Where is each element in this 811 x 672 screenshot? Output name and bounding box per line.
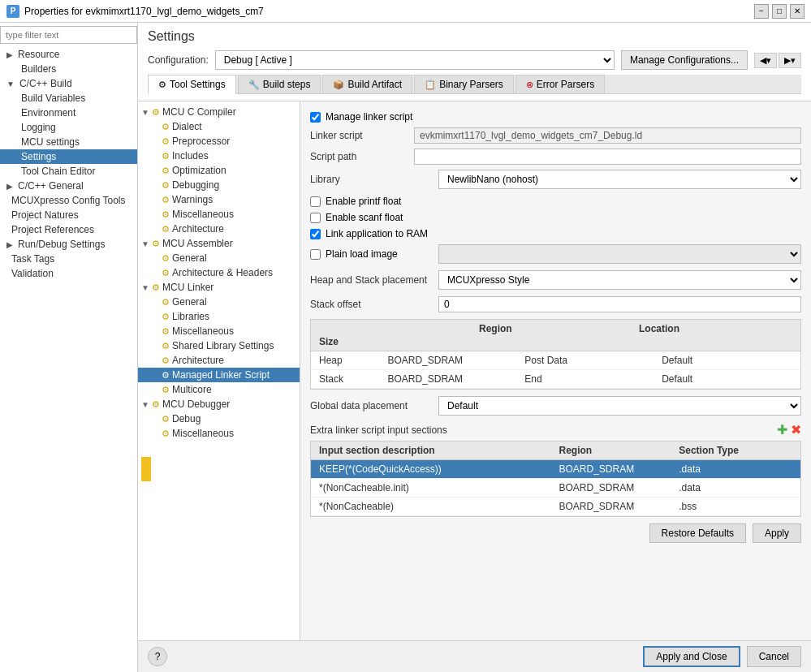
tree-item-optimization[interactable]: ⚙ Optimization [138, 163, 300, 178]
heap-stack-select[interactable]: MCUXpresso Style [438, 270, 801, 290]
nav-forward-button[interactable]: ▶▾ [779, 53, 801, 68]
sidebar-item-project-references[interactable]: Project References [0, 222, 137, 237]
cell-type-0: .data [675, 463, 796, 476]
enable-scanf-float-checkbox[interactable] [310, 213, 321, 223]
library-select[interactable]: NewlibNano (nohost) Newlib None [438, 170, 801, 189]
tree-item-link-misc[interactable]: ⚙ Miscellaneous [138, 324, 300, 338]
extra-table-header: Input section description Region Section… [311, 442, 800, 460]
sidebar-item-ccpp-general[interactable]: ▶ C/C++ General [0, 179, 137, 193]
plain-load-image-checkbox[interactable] [310, 249, 321, 260]
tree-item-link-general[interactable]: ⚙ General [138, 295, 300, 309]
script-path-row: Script path [310, 149, 801, 165]
tree-item-managed-linker-script[interactable]: ⚙ Managed Linker Script [138, 368, 300, 382]
tree-item-label: MCU Assembler [162, 238, 233, 249]
tree-item-mcu-debugger[interactable]: ▼ ⚙ MCU Debugger [138, 397, 300, 411]
linker-script-value: evkmimxrt1170_lvgl_demo_widgets_cm7_Debu… [414, 127, 801, 144]
sidebar-item-mcuxpresso-config[interactable]: MCUXpresso Config Tools [0, 193, 137, 208]
expand-icon: ▼ [141, 283, 149, 292]
add-section-button[interactable]: ✚ [777, 422, 787, 437]
restore-defaults-button[interactable]: Restore Defaults [649, 523, 746, 543]
cell-desc-2: *(NonCacheable) [316, 500, 556, 513]
linker-script-label: Linker script [310, 130, 408, 141]
manage-configurations-button[interactable]: Manage Configurations... [621, 50, 748, 70]
expand-arrow: ▶ [6, 240, 13, 249]
extra-table-row-0[interactable]: KEEP(*(CodeQuickAccess)) BOARD_SDRAM .da… [311, 460, 800, 479]
build-artifact-icon: 📦 [333, 80, 344, 90]
cell-heap-name: Heap [316, 354, 384, 367]
sidebar-item-resource[interactable]: ▶ Resource [0, 47, 137, 62]
tree-item-debugging[interactable]: ⚙ Debugging [138, 178, 300, 192]
sidebar-item-task-tags[interactable]: Task Tags [0, 252, 137, 266]
plain-load-image-select[interactable] [438, 244, 801, 264]
tree-item-mcu-linker[interactable]: ▼ ⚙ MCU Linker [138, 280, 300, 295]
stack-offset-input[interactable] [438, 296, 801, 312]
script-path-input[interactable] [414, 149, 801, 165]
link-to-ram-checkbox[interactable] [310, 229, 321, 239]
tree-item-asm-general[interactable]: ⚙ General [138, 251, 300, 265]
sidebar-item-label: Project References [11, 224, 94, 235]
maximize-button[interactable]: □ [772, 4, 787, 19]
tree-item-preprocessor[interactable]: ⚙ Preprocessor [138, 134, 300, 149]
close-button[interactable]: ✕ [790, 4, 805, 19]
tab-binary-parsers[interactable]: 📋 Binary Parsers [414, 75, 514, 93]
tree-item-debugger-misc[interactable]: ⚙ Miscellaneous [138, 426, 300, 441]
library-row: Library NewlibNano (nohost) Newlib None [310, 170, 801, 189]
col-region: Region [476, 322, 636, 335]
tree-item-debug[interactable]: ⚙ Debug [138, 411, 300, 426]
cell-region-1: BOARD_SDRAM [556, 481, 676, 494]
tree-item-label: Architecture [172, 223, 224, 235]
sidebar-item-settings[interactable]: Settings [0, 149, 137, 164]
sidebar-item-logging[interactable]: Logging [0, 120, 137, 135]
stack-offset-row: Stack offset [310, 296, 801, 312]
heap-stack-label: Heap and Stack placement [310, 274, 432, 286]
col-location: Location [636, 322, 796, 335]
cell-stack-region: BOARD_SDRAM [384, 373, 521, 386]
sidebar-item-run-debug[interactable]: ▶ Run/Debug Settings [0, 237, 137, 252]
sidebar-item-ccpp-build[interactable]: ▼ C/C++ Build [0, 76, 137, 91]
tree-item-libraries[interactable]: ⚙ Libraries [138, 309, 300, 324]
window-controls[interactable]: − □ ✕ [754, 4, 805, 19]
tab-tool-settings[interactable]: ⚙ Tool Settings [148, 75, 236, 94]
sidebar-item-validation[interactable]: Validation [0, 266, 137, 281]
binary-parsers-icon: 📋 [425, 80, 436, 90]
sidebar-item-environment[interactable]: Environment [0, 106, 137, 120]
sidebar-item-builders[interactable]: Builders [0, 62, 137, 76]
global-data-select[interactable]: Default [438, 396, 801, 416]
nav-back-button[interactable]: ◀▾ [754, 53, 777, 68]
tree-item-shared-lib-settings[interactable]: ⚙ Shared Library Settings [138, 338, 300, 353]
extra-table-row-1[interactable]: *(NonCacheable.init) BOARD_SDRAM .data [311, 479, 800, 498]
enable-printf-float-checkbox[interactable] [310, 196, 321, 207]
debugger-icon: ⚙ [152, 399, 160, 410]
tree-item-warnings[interactable]: ⚙ Warnings [138, 192, 300, 207]
debugging-icon: ⚙ [162, 180, 170, 191]
tree-item-dialect[interactable]: ⚙ Dialect [138, 119, 300, 134]
tab-error-parsers[interactable]: ⊗ Error Parsers [516, 75, 605, 93]
extra-table-row-2[interactable]: *(NonCacheable) BOARD_SDRAM .bss [311, 498, 800, 516]
sidebar-item-mcu-settings[interactable]: MCU settings [0, 135, 137, 149]
sidebar-search-input[interactable] [0, 26, 137, 44]
tab-build-steps[interactable]: 🔧 Build steps [238, 75, 321, 93]
memory-table: Region Location Size Heap BOARD_SDRAM Po… [310, 319, 801, 390]
tree-item-link-arch[interactable]: ⚙ Architecture [138, 353, 300, 368]
remove-section-button[interactable]: ✖ [791, 422, 801, 437]
tree-item-asm-arch[interactable]: ⚙ Architecture & Headers [138, 265, 300, 280]
minimize-button[interactable]: − [754, 4, 769, 19]
tree-item-mcu-c-compiler[interactable]: ▼ ⚙ MCU C Compiler [138, 105, 300, 119]
sidebar-item-tool-chain-editor[interactable]: Tool Chain Editor [0, 164, 137, 179]
tree-item-includes[interactable]: ⚙ Includes [138, 149, 300, 163]
apply-and-close-button[interactable]: Apply and Close [643, 646, 740, 667]
tree-item-miscellaneous[interactable]: ⚙ Miscellaneous [138, 207, 300, 222]
configuration-select[interactable]: Debug [ Active ] [215, 50, 615, 70]
help-button[interactable]: ? [148, 647, 167, 666]
cancel-button[interactable]: Cancel [747, 646, 801, 667]
tab-build-artifact[interactable]: 📦 Build Artifact [322, 75, 412, 93]
tree-item-architecture[interactable]: ⚙ Architecture [138, 222, 300, 236]
tree-item-multicore[interactable]: ⚙ Multicore [138, 382, 300, 397]
apply-button[interactable]: Apply [753, 523, 801, 543]
sidebar-item-label: Resource [18, 49, 59, 60]
tree-item-label: MCU Linker [162, 282, 214, 293]
manage-linker-script-checkbox[interactable] [310, 112, 321, 123]
sidebar-item-project-natures[interactable]: Project Natures [0, 208, 137, 222]
sidebar-item-build-variables[interactable]: Build Variables [0, 91, 137, 106]
tree-item-mcu-assembler[interactable]: ▼ ⚙ MCU Assembler [138, 236, 300, 251]
